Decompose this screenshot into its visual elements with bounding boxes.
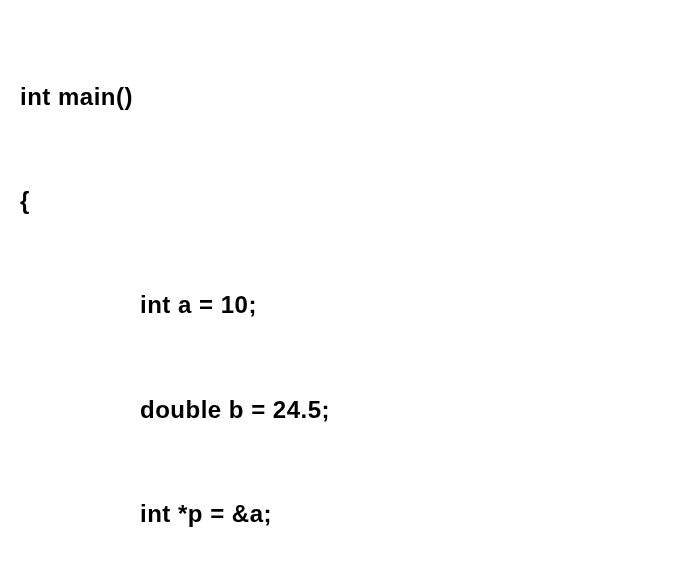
code-line: int main() xyxy=(20,80,655,115)
code-line: double b = 24.5; xyxy=(20,393,655,428)
code-line: int *p = &a; xyxy=(20,497,655,532)
code-line: int a = 10; xyxy=(20,288,655,323)
code-line: { xyxy=(20,184,655,219)
code-block: int main() { int a = 10; double b = 24.5… xyxy=(20,10,655,561)
